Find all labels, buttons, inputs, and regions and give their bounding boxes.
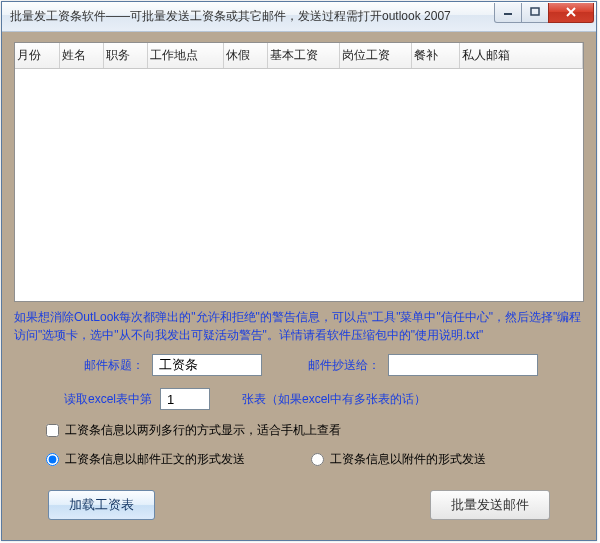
sheet-label-right: 张表（如果excel中有多张表的话）	[242, 391, 426, 408]
load-sheet-button[interactable]: 加载工资表	[48, 490, 155, 520]
col-location[interactable]: 工作地点	[147, 43, 223, 69]
close-icon	[565, 7, 577, 17]
col-post-salary[interactable]: 岗位工资	[339, 43, 411, 69]
multiline-checkbox-input[interactable]	[46, 424, 59, 437]
col-base-salary[interactable]: 基本工资	[267, 43, 339, 69]
grid-header-row: 月份 姓名 职务 工作地点 休假 基本工资 岗位工资 餐补 私人邮箱	[15, 43, 583, 69]
app-window: 批量发工资条软件——可批量发送工资条或其它邮件，发送过程需打开outlook 2…	[1, 1, 597, 541]
col-name[interactable]: 姓名	[59, 43, 103, 69]
send-body-radio-input[interactable]	[46, 453, 59, 466]
col-position[interactable]: 职务	[103, 43, 147, 69]
sheet-number-input[interactable]	[160, 388, 210, 410]
sheet-label-left: 读取excel表中第	[64, 391, 152, 408]
outlook-hint-text: 如果想消除OutLook每次都弹出的"允许和拒绝"的警告信息，可以点"工具"菜单…	[14, 308, 584, 344]
cc-input[interactable]	[388, 354, 538, 376]
row-checkbox: 工资条信息以两列多行的方式显示，适合手机上查看	[18, 422, 580, 439]
batch-send-button[interactable]: 批量发送邮件	[430, 490, 550, 520]
subject-input[interactable]	[152, 354, 262, 376]
send-body-radio[interactable]: 工资条信息以邮件正文的形式发送	[46, 451, 245, 468]
send-attachment-radio[interactable]: 工资条信息以附件的形式发送	[311, 451, 486, 468]
multiline-checkbox[interactable]: 工资条信息以两列多行的方式显示，适合手机上查看	[46, 422, 341, 439]
col-meal[interactable]: 餐补	[411, 43, 459, 69]
col-email[interactable]: 私人邮箱	[459, 43, 583, 69]
maximize-icon	[530, 7, 540, 17]
send-attachment-radio-label: 工资条信息以附件的形式发送	[330, 451, 486, 468]
col-month[interactable]: 月份	[15, 43, 59, 69]
svg-rect-1	[531, 8, 539, 15]
row-sheet: 读取excel表中第 张表（如果excel中有多张表的话）	[18, 388, 580, 410]
col-vacation[interactable]: 休假	[223, 43, 267, 69]
titlebar: 批量发工资条软件——可批量发送工资条或其它邮件，发送过程需打开outlook 2…	[2, 2, 596, 32]
maximize-button[interactable]	[521, 3, 549, 23]
row-subject-cc: 邮件标题： 邮件抄送给：	[18, 354, 580, 376]
multiline-checkbox-label: 工资条信息以两列多行的方式显示，适合手机上查看	[65, 422, 341, 439]
window-controls	[495, 3, 594, 23]
data-grid[interactable]: 月份 姓名 职务 工作地点 休假 基本工资 岗位工资 餐补 私人邮箱	[14, 42, 584, 302]
send-body-radio-label: 工资条信息以邮件正文的形式发送	[65, 451, 245, 468]
button-row: 加载工资表 批量发送邮件	[18, 490, 580, 520]
form-area: 邮件标题： 邮件抄送给： 读取excel表中第 张表（如果excel中有多张表的…	[14, 354, 584, 520]
send-attachment-radio-input[interactable]	[311, 453, 324, 466]
row-radios: 工资条信息以邮件正文的形式发送 工资条信息以附件的形式发送	[18, 451, 580, 468]
grid-table: 月份 姓名 职务 工作地点 休假 基本工资 岗位工资 餐补 私人邮箱	[15, 43, 583, 69]
minimize-icon	[503, 7, 513, 17]
minimize-button[interactable]	[494, 3, 522, 23]
cc-label: 邮件抄送给：	[308, 357, 380, 374]
client-area: 月份 姓名 职务 工作地点 休假 基本工资 岗位工资 餐补 私人邮箱 如果想消除…	[2, 32, 596, 540]
window-title: 批量发工资条软件——可批量发送工资条或其它邮件，发送过程需打开outlook 2…	[10, 8, 495, 25]
subject-label: 邮件标题：	[84, 357, 144, 374]
close-button[interactable]	[548, 3, 594, 23]
